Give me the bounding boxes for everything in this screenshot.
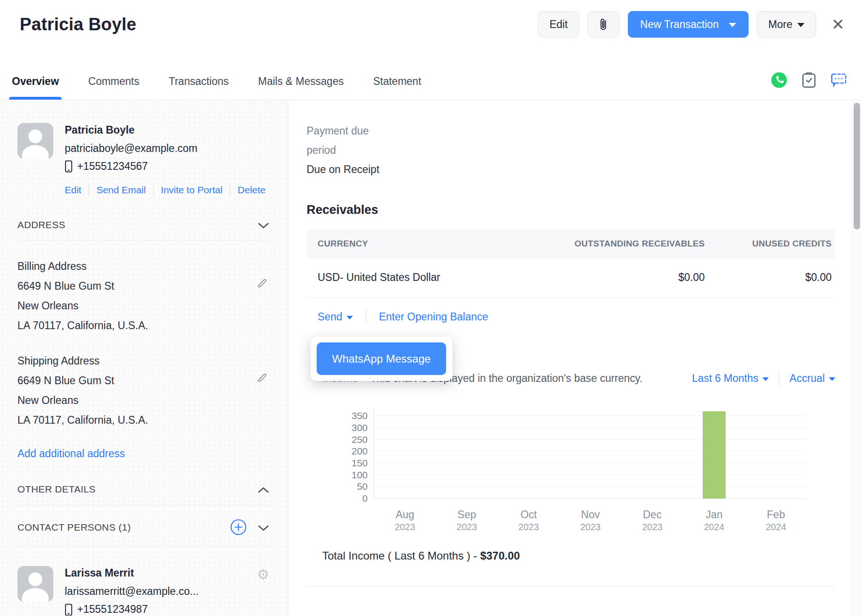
close-button[interactable]: ✕ xyxy=(829,14,848,35)
contact-person-phone-row: +15551234987 xyxy=(65,603,199,616)
tab-transactions[interactable]: Transactions xyxy=(168,75,230,100)
tab-comments[interactable]: Comments xyxy=(87,75,140,100)
x-axis-tick: Jan2024 xyxy=(704,509,725,532)
send-email-link[interactable]: Send Email xyxy=(96,185,145,196)
shipping-address-line2: New Orleans xyxy=(17,391,269,410)
y-axis-tick: 250 xyxy=(352,434,374,445)
tab-statement[interactable]: Statement xyxy=(372,75,422,100)
tab-mails-messages[interactable]: Mails & Messages xyxy=(257,75,345,100)
table-header-row: CURRENCY OUTSTANDING RECEIVABLES UNUSED … xyxy=(307,230,835,258)
other-details-section-header[interactable]: OTHER DETAILS xyxy=(17,484,269,495)
more-button[interactable]: More xyxy=(757,11,816,38)
edit-shipping-address-button[interactable] xyxy=(257,372,268,383)
topbar: Patricia Boyle Edit New Transaction More… xyxy=(0,0,861,55)
receivables-table: CURRENCY OUTSTANDING RECEIVABLES UNUSED … xyxy=(307,230,835,298)
y-axis-tick: 100 xyxy=(352,470,374,481)
billing-address-line3: LA 70117, California, U.S.A. xyxy=(17,316,269,336)
contact-action-links: Edit Send Email Invite to Portal Delete xyxy=(65,185,269,196)
contact-person-phone: +15551234987 xyxy=(77,603,148,616)
divider xyxy=(89,185,89,196)
address-section-header[interactable]: ADDRESS xyxy=(17,219,269,230)
contact-person-info: Larissa Merrit larissamerritt@example.co… xyxy=(65,566,199,616)
cell-currency: USD- United States Dollar xyxy=(307,258,507,298)
contact-card: Patricia Boyle patriciaboyle@example.com… xyxy=(17,123,269,173)
pencil-icon xyxy=(257,280,268,286)
basis-dropdown-button[interactable]: Accrual xyxy=(789,372,835,385)
chevron-down-icon[interactable] xyxy=(257,221,269,229)
whatsapp-icon[interactable] xyxy=(771,72,788,89)
column-outstanding-receivables: OUTSTANDING RECEIVABLES xyxy=(507,230,708,258)
pencil-icon xyxy=(257,374,268,381)
contact-person-name: Larissa Merrit xyxy=(65,567,199,579)
range-label: Last 6 Months xyxy=(692,372,758,385)
paperclip-icon xyxy=(598,17,609,31)
contact-persons-header-icons xyxy=(230,519,269,535)
edit-billing-address-button[interactable] xyxy=(257,278,268,289)
contact-phone: +15551234567 xyxy=(77,160,148,173)
divider xyxy=(230,185,230,196)
add-contact-person-icon[interactable] xyxy=(230,519,246,535)
income-controls: Last 6 Months Accrual xyxy=(692,370,835,386)
chevron-down-icon[interactable] xyxy=(257,523,269,532)
gridline xyxy=(374,463,807,463)
attachment-button[interactable] xyxy=(587,11,620,38)
chevron-up-icon[interactable] xyxy=(257,485,269,493)
x-axis-tick: Dec2023 xyxy=(642,509,663,532)
contact-persons-section-header[interactable]: CONTACT PERSONS (1) xyxy=(17,519,269,535)
x-axis-tick: Aug2023 xyxy=(395,509,415,532)
new-transaction-label: New Transaction xyxy=(640,18,719,31)
address-section-title: ADDRESS xyxy=(17,219,65,230)
divider xyxy=(307,586,835,587)
chevron-down-icon xyxy=(762,377,769,381)
billing-address-line1: 6649 N Blue Gum St xyxy=(17,276,269,296)
contact-persons-title: CONTACT PERSONS (1) xyxy=(17,522,131,533)
tasks-clipboard-icon[interactable] xyxy=(801,72,816,89)
enter-opening-balance-link[interactable]: Enter Opening Balance xyxy=(379,311,488,323)
contact-avatar xyxy=(17,123,53,159)
scrollbar-track[interactable] xyxy=(852,100,861,616)
new-transaction-button[interactable]: New Transaction xyxy=(628,11,749,38)
gridline xyxy=(374,486,807,487)
receivables-title: Receivables xyxy=(307,203,835,217)
range-dropdown-button[interactable]: Last 6 Months xyxy=(692,372,769,385)
main-panel: Payment due period Due on Receipt Receiv… xyxy=(288,100,861,616)
mobile-phone-icon xyxy=(65,160,73,173)
contact-person-email: larissamerritt@example.co... xyxy=(65,585,199,598)
column-currency: CURRENCY xyxy=(307,230,507,258)
scrollbar-thumb[interactable] xyxy=(854,103,860,230)
gridline xyxy=(374,451,807,451)
delete-contact-link[interactable]: Delete xyxy=(238,185,266,196)
divider xyxy=(17,545,271,546)
topbar-actions: Edit New Transaction More ✕ xyxy=(538,11,847,38)
y-axis-tick: 150 xyxy=(352,458,374,469)
y-axis-tick: 200 xyxy=(352,446,374,457)
edit-button[interactable]: Edit xyxy=(538,11,579,38)
cell-unused: $0.00 xyxy=(709,258,835,298)
content: Patricia Boyle patriciaboyle@example.com… xyxy=(0,100,861,616)
tabs: Overview Comments Transactions Mails & M… xyxy=(11,75,422,100)
income-bar-jan-2024[interactable] xyxy=(703,411,726,498)
y-axis-tick: 350 xyxy=(352,410,374,421)
x-axis-tick: Nov2023 xyxy=(580,509,601,532)
tab-overview[interactable]: Overview xyxy=(11,75,60,100)
divider xyxy=(153,185,154,196)
income-chart-plot: 050100150200250300350Aug2023Sep2023Oct20… xyxy=(374,409,807,499)
add-additional-address-link[interactable]: Add additional address xyxy=(17,448,125,460)
sidebar: Patricia Boyle patriciaboyle@example.com… xyxy=(0,100,288,616)
whatsapp-message-button[interactable]: WhatsApp Message xyxy=(317,342,446,375)
x-axis-tick: Sep2023 xyxy=(457,509,477,532)
total-income-prefix: Total Income ( Last 6 Months ) - xyxy=(322,549,480,562)
contact-info: Patricia Boyle patriciaboyle@example.com… xyxy=(65,123,197,173)
y-axis-tick: 50 xyxy=(357,481,374,492)
invite-to-portal-link[interactable]: Invite to Portal xyxy=(161,185,223,196)
gear-icon[interactable]: ⚙ xyxy=(257,568,269,582)
send-dropdown-button[interactable]: Send xyxy=(318,311,353,323)
chat-notes-icon[interactable] xyxy=(830,72,847,88)
gridline xyxy=(374,415,807,416)
contact-person-avatar xyxy=(17,566,53,602)
mobile-phone-icon xyxy=(65,603,73,616)
tabs-bar: Overview Comments Transactions Mails & M… xyxy=(0,55,861,100)
payment-due-label-line1: Payment due xyxy=(307,121,835,140)
page-title: Patricia Boyle xyxy=(20,11,136,34)
edit-contact-link[interactable]: Edit xyxy=(65,185,81,196)
